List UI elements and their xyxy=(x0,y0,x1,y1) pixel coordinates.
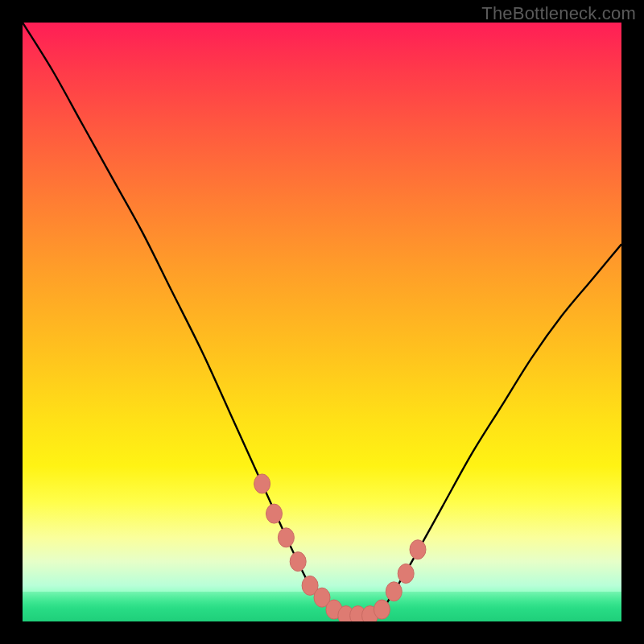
marker-point xyxy=(410,540,426,559)
plot-area xyxy=(23,23,621,621)
marker-point xyxy=(386,582,402,601)
highlighted-points xyxy=(254,474,426,621)
marker-point xyxy=(254,474,270,493)
watermark-text: TheBottleneck.com xyxy=(481,3,636,24)
marker-point xyxy=(374,600,390,619)
curve-layer xyxy=(23,23,621,621)
marker-point xyxy=(290,552,306,572)
marker-point xyxy=(266,504,283,523)
marker-point xyxy=(278,528,294,547)
marker-point xyxy=(398,564,414,584)
curve-path xyxy=(23,23,621,617)
bottleneck-curve xyxy=(23,23,621,617)
chart-frame: TheBottleneck.com xyxy=(0,0,644,644)
